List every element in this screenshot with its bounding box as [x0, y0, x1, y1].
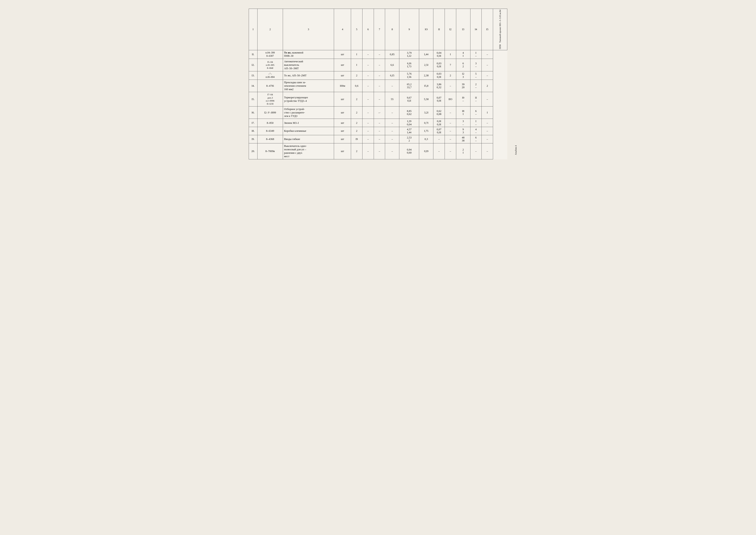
row-num: I6. — [249, 106, 257, 119]
row-col13: I23 — [456, 71, 470, 80]
row-col9: 5,76I,56 — [399, 71, 419, 80]
row-col11: 3,860,32 — [433, 80, 445, 92]
row-col10: 5,58 — [419, 92, 433, 106]
row-col9: 6,I6I,73 — [399, 59, 419, 71]
row-col7: – — [374, 71, 385, 80]
row-col9: 4,57I,44 — [399, 127, 419, 135]
row-desc: Прокладка шин за-земления сечением160 мм… — [283, 80, 334, 92]
row-col14: 5– — [470, 71, 482, 80]
row-col14: 6– — [470, 135, 482, 143]
table-row: I2. I5–04п.0I–0058–6I4I Автоматическийвы… — [249, 59, 507, 71]
header-col11: II — [433, 9, 445, 50]
row-col13: I9– — [456, 92, 470, 106]
row-num: I3. — [249, 71, 257, 80]
row-col11: 0,0I0,0I — [433, 119, 445, 127]
row-col15: – — [482, 59, 493, 71]
row-col8: – — [385, 119, 399, 127]
row-desc: Звонок М3–I — [283, 119, 334, 127]
row-num: I8. — [249, 127, 257, 135]
row-desc: То же, нажимнойПНВ–30 — [283, 50, 334, 59]
row-col15: – — [482, 119, 493, 127]
row-col6: – — [363, 135, 374, 143]
row-col9: 65,233,7 — [399, 80, 419, 92]
table-row: I8. 8–6349 Коробки клеммные шт 2 – – – 4… — [249, 127, 507, 135]
header-col13: I3 — [456, 9, 470, 50]
row-col10: 0,I9 — [419, 143, 433, 159]
table-row: I7. 8–850 Звонок М3–I шт 2 – – – I,290,0… — [249, 119, 507, 127]
row-code: 8–7009в — [257, 143, 283, 159]
row-col12: – — [445, 80, 456, 92]
row-col15: – — [482, 71, 493, 80]
row-unit: шт — [334, 143, 351, 159]
row-col6: – — [363, 119, 374, 127]
row-col8: – — [385, 106, 399, 119]
row-col14: II– — [470, 92, 482, 106]
row-col9: 0,940,60 — [399, 143, 419, 159]
table-row: I6. I2–У–I899 Отборное устрой-ство с рас… — [249, 106, 507, 119]
row-col12: – — [445, 119, 456, 127]
row-col11: – — [433, 143, 445, 159]
table-row: 20. 8–7009в Выключатель одно-полюсный дл… — [249, 143, 507, 159]
row-unit: шт — [334, 119, 351, 127]
row-col10: 3,2I — [419, 106, 433, 119]
side-label-2: ПП8 — [498, 43, 502, 50]
row-col12: – — [445, 106, 456, 119]
row-col13: 3– — [456, 119, 470, 127]
row-unit: шт — [334, 92, 351, 106]
row-col12: 7 — [445, 59, 456, 71]
row-col12: – — [445, 135, 456, 143]
row-code: 8–6349 — [257, 127, 283, 135]
row-col5: 2 — [351, 106, 363, 119]
row-col7: –· — [374, 106, 385, 119]
table-row: I3. –"–п.0I–004 То же, АП–50–2МТ шт 2 – … — [249, 71, 507, 80]
main-table: I 2 3 4 5 6 7 8 9 IO II I2 I3 I4 I5 Типо… — [249, 9, 507, 159]
row-col13: 4I — [456, 50, 470, 59]
row-col15: – — [482, 92, 493, 106]
row-desc: То же, АП–50–2МТ — [283, 71, 334, 80]
row-col15: – — [482, 143, 493, 159]
page: I 2 3 4 5 6 7 8 9 IO II I2 I3 I4 I5 Типо… — [249, 9, 507, 159]
row-num: I5. — [249, 92, 257, 106]
row-col15: 2 — [482, 80, 493, 92]
header-col3: 3 — [283, 9, 334, 50]
row-col10: 2,38 — [419, 71, 433, 80]
row-col12: – — [445, 127, 456, 135]
row-code: –"–п.0I–004 — [257, 71, 283, 80]
row-col14: 6– — [470, 106, 482, 119]
row-col14: 2– — [470, 80, 482, 92]
row-code: I5–04п.0I–0058–6I4I — [257, 59, 283, 71]
row-col5: 2 — [351, 92, 363, 106]
row-unit: шт — [334, 127, 351, 135]
row-col5: 0,6 — [351, 80, 363, 92]
table-row: II. п.04–3998–6307 То же, нажимнойПНВ–30… — [249, 50, 507, 59]
row-unit: шт — [334, 59, 351, 71]
row-num: I9. — [249, 135, 257, 143]
header-col8: 8 — [385, 9, 399, 50]
row-desc: Выключатель одно-полюсный для уп –равлен… — [283, 143, 334, 159]
row-col13: 3920 — [456, 80, 470, 92]
row-col9: 3,79I,22 — [399, 50, 419, 59]
row-col12: 2 — [445, 71, 456, 80]
row-desc: Коробки клеммные — [283, 127, 334, 135]
header-col12: I2 — [445, 9, 456, 50]
row-col6: – — [363, 80, 374, 92]
header-col5: 5 — [351, 9, 363, 50]
row-col8: – — [385, 80, 399, 92]
row-col5: I — [351, 50, 363, 59]
row-col10: I,44 — [419, 50, 433, 59]
row-code: п.04–3998–6307 — [257, 50, 283, 59]
row-code: 8–4368 — [257, 135, 283, 143]
row-unit: шт — [334, 106, 351, 119]
row-col7: – — [374, 59, 385, 71]
row-col10: I5,8 — [419, 80, 433, 92]
row-code: I7–04доп.3п.I–0996II–I23I — [257, 92, 283, 106]
row-col5: 2 — [351, 119, 363, 127]
row-col11: – — [433, 135, 445, 143]
row-col8: 6,6 — [385, 59, 399, 71]
row-col9: 8,850,62 — [399, 106, 419, 119]
row-col5: 2 — [351, 127, 363, 135]
row-col15: – — [482, 135, 493, 143]
row-col8: 55 — [385, 92, 399, 106]
row-col14: 3– — [470, 59, 482, 71]
row-col8: 0,85 — [385, 50, 399, 59]
